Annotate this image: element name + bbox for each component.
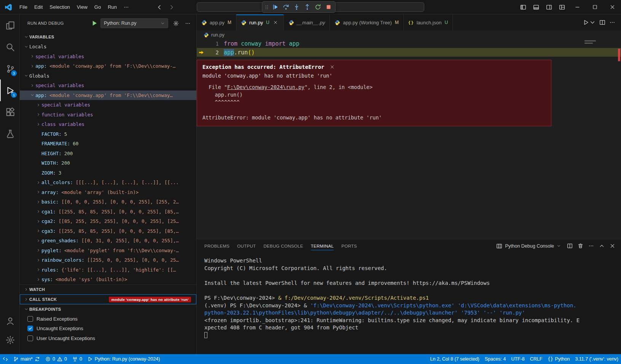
tab-app-py[interactable]: app.pyM	[197, 14, 236, 30]
split-terminal-button[interactable]	[565, 241, 575, 251]
variable-row[interactable]: pyglet:<module 'pyglet' from 'f:\\Dev\\c…	[20, 246, 196, 256]
breakpoint-uncaught-exceptions[interactable]: Uncaught Exceptions	[20, 324, 196, 334]
breakpoint-user-uncaught-exceptions[interactable]: User Uncaught Exceptions	[20, 334, 196, 343]
section-call-stack[interactable]: CALL STACK module 'conway.app' has no at…	[20, 294, 196, 304]
status-git-branch[interactable]: main*	[11, 354, 43, 364]
variable-row[interactable]: ZOOM:3	[20, 168, 196, 178]
variable-row[interactable]: FACTOR:5	[20, 129, 196, 139]
variable-row[interactable]: function variables	[20, 110, 196, 120]
layout-panel-button[interactable]	[530, 0, 543, 14]
activity-accounts[interactable]	[0, 312, 19, 331]
status-language-mode[interactable]: {}Python	[545, 354, 572, 364]
variable-row[interactable]: HEIGHT:200	[20, 149, 196, 159]
step-over-button[interactable]	[281, 2, 291, 12]
split-editor-button[interactable]	[597, 17, 607, 27]
variable-row[interactable]: green_shades:[[0, 31, 0, 255], [0, 0, 0,…	[20, 236, 196, 246]
toolbar-drag-handle-icon[interactable]	[264, 4, 269, 10]
panel-tab-terminal[interactable]: TERMINAL	[307, 239, 338, 253]
terminal-output[interactable]: Windows PowerShellCopyright (C) Microsof…	[197, 253, 621, 354]
variable-row[interactable]: cga1:[[255, 85, 85, 255], [0, 0, 0, 255]…	[20, 207, 196, 217]
status-indentation[interactable]: Spaces: 4	[482, 354, 509, 364]
activity-search[interactable]	[0, 36, 19, 58]
checkbox[interactable]	[27, 326, 33, 331]
menu-run[interactable]: Run	[104, 2, 120, 12]
checkbox[interactable]	[27, 335, 33, 341]
start-debugging-button[interactable]	[91, 20, 98, 27]
menu-more[interactable]: ⋯	[120, 2, 132, 12]
status-debug-launch[interactable]: Python: Run.py (conway-2024)	[85, 354, 163, 364]
minimize-button[interactable]	[568, 0, 586, 14]
go-forward-button[interactable]	[169, 4, 175, 10]
activity-run-and-debug[interactable]: 1	[0, 79, 19, 101]
layout-grid-button[interactable]	[556, 0, 568, 14]
go-back-button[interactable]	[156, 4, 162, 10]
variable-row[interactable]: Globals	[20, 71, 196, 81]
tab-app-py-working-tree[interactable]: app.py (Working Tree)M	[330, 14, 403, 30]
variable-row[interactable]: WIDTH:200	[20, 158, 196, 168]
activity-settings[interactable]	[0, 331, 19, 350]
menu-file[interactable]: File	[16, 2, 31, 12]
variable-row[interactable]: cga3:[[255, 85, 85, 255], [0, 0, 0, 255]…	[20, 226, 196, 236]
stop-button[interactable]	[323, 2, 333, 12]
debug-config-select[interactable]: Python: Run.py	[100, 18, 168, 28]
status-eol[interactable]: CRLF	[527, 354, 545, 364]
section-breakpoints[interactable]: BREAKPOINTS	[20, 304, 196, 314]
close-window-button[interactable]	[603, 0, 621, 14]
status-ports[interactable]: 0	[70, 354, 85, 364]
maximize-panel-button[interactable]	[597, 241, 607, 251]
close-panel-button[interactable]	[607, 241, 617, 251]
panel-tab-output[interactable]: OUTPUT	[233, 239, 260, 253]
variable-row[interactable]: basic:[[0, 0, 0, 255], [0, 0, 0, 255], […	[20, 197, 196, 207]
variable-row[interactable]: class variables	[20, 119, 196, 129]
terminal-session-selector[interactable]: Python Debug Console	[493, 243, 564, 249]
step-into-button[interactable]	[291, 2, 301, 12]
layout-sidebar-button[interactable]	[517, 0, 530, 14]
menu-selection[interactable]: Selection	[46, 2, 73, 12]
more-actions-button[interactable]	[607, 17, 617, 27]
variable-row[interactable]: rules:{'life': [[...], [...]], 'highlife…	[20, 265, 196, 275]
activity-explorer[interactable]	[0, 14, 19, 36]
views-more-actions[interactable]	[183, 19, 192, 27]
tab-run-py[interactable]: run.pyU	[236, 14, 284, 30]
status-problems[interactable]: 00	[43, 354, 70, 364]
variable-row[interactable]: special variables	[20, 52, 196, 62]
restart-button[interactable]	[313, 2, 323, 12]
layout-sidebar-right-button[interactable]	[543, 0, 556, 14]
debug-settings-gear[interactable]	[172, 19, 180, 27]
continue-button[interactable]	[270, 2, 280, 12]
variable-row[interactable]: FRAMERATE:60	[20, 139, 196, 149]
breakpoint-raised-exceptions[interactable]: Raised Exceptions	[20, 314, 196, 324]
variable-row[interactable]: cga2:[[85, 255, 255, 255], [0, 0, 0, 255…	[20, 216, 196, 226]
variable-row[interactable]: special variables	[20, 81, 196, 91]
maximize-button[interactable]	[586, 0, 603, 14]
more-actions-button[interactable]	[586, 241, 596, 251]
section-variables[interactable]: VARIABLES	[20, 32, 196, 42]
activity-extensions[interactable]	[0, 101, 19, 123]
close-tab-icon[interactable]	[272, 19, 279, 26]
variable-row[interactable]: app:<module 'conway.app' from 'F:\\Dev\\…	[20, 61, 196, 71]
menu-view[interactable]: View	[73, 2, 91, 12]
variable-row[interactable]: app:<module 'conway.app' from 'F:\\Dev\\…	[20, 91, 196, 100]
breadcrumb[interactable]: run.py	[197, 30, 621, 39]
status-encoding[interactable]: UTF-8	[508, 354, 527, 364]
activity-source-control[interactable]: 3	[0, 58, 19, 79]
status-python-interpreter[interactable]: 3.11.7 ('.venv': venv)	[572, 354, 621, 364]
menu-go[interactable]: Go	[91, 2, 104, 12]
panel-tab-ports[interactable]: PORTS	[338, 239, 361, 253]
checkbox[interactable]	[27, 316, 33, 322]
tab-main-py[interactable]: __main__.py	[284, 14, 330, 30]
section-watch[interactable]: WATCH	[20, 285, 196, 294]
panel-tab-problems[interactable]: PROBLEMS	[201, 239, 233, 253]
status-cursor-position[interactable]: Ln 2, Col 8 (7 selected)	[428, 354, 482, 364]
code-editor[interactable]: 1from conway import app2app.run() Except…	[197, 39, 621, 239]
run-python-file-button[interactable]	[581, 17, 597, 27]
tab-launch-json[interactable]: {}launch.jsonU	[404, 14, 453, 30]
menu-edit[interactable]: Edit	[31, 2, 46, 12]
kill-terminal-button[interactable]	[575, 241, 585, 251]
stack-frame-link[interactable]: F:\Dev\conway-2024\run.py	[227, 84, 304, 90]
status-remote-indicator[interactable]	[0, 354, 11, 364]
variable-row[interactable]: array:<module 'array' (built-in)>	[20, 188, 196, 197]
panel-tab-debug-console[interactable]: DEBUG CONSOLE	[260, 239, 307, 253]
code-line-2[interactable]: 2app.run()	[197, 48, 621, 57]
step-out-button[interactable]	[302, 2, 312, 12]
